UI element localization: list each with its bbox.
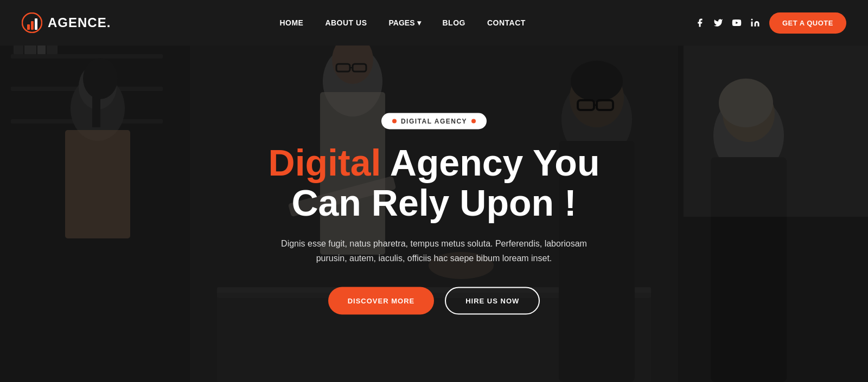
hire-us-button[interactable]: HIRE US NOW (445, 287, 540, 315)
badge-dot (392, 119, 397, 123)
social-icons (694, 17, 761, 28)
get-quote-button[interactable]: GET A QUOTE (769, 12, 846, 34)
nav-link-pages: PAGES (389, 18, 415, 27)
nav-item-home[interactable]: HOME (279, 18, 303, 28)
nav-item-blog[interactable]: BLOG (443, 18, 465, 28)
nav-link-contact[interactable]: CONTACT (487, 18, 526, 27)
nav-links: HOME ABOUT US PAGES ▾ BLOG CONTACT (279, 18, 525, 28)
nav-right: GET A QUOTE (694, 12, 846, 34)
hero-title: Digital Agency YouCan Rely Upon ! (244, 142, 624, 223)
nav-link-home[interactable]: HOME (279, 18, 303, 27)
badge-dot-2 (471, 119, 476, 123)
logo-icon (22, 12, 42, 33)
nav-item-about[interactable]: ABOUT US (325, 18, 367, 28)
facebook-icon[interactable] (694, 17, 705, 28)
nav-item-pages[interactable]: PAGES ▾ (389, 18, 421, 27)
nav-link-blog[interactable]: BLOG (443, 18, 465, 27)
discover-more-button[interactable]: DISCOVER MORE (328, 287, 435, 315)
hero-title-orange: Digital (269, 141, 381, 183)
svg-point-43 (751, 19, 752, 21)
twitter-icon[interactable] (713, 17, 724, 28)
chevron-down-icon: ▾ (417, 18, 421, 27)
logo-text: AGENCE. (48, 15, 111, 30)
badge-text: DIGITAL AGENCY (401, 117, 467, 125)
navbar: AGENCE. HOME ABOUT US PAGES ▾ BLOG CONTA… (0, 0, 868, 46)
svg-rect-39 (27, 24, 30, 30)
hero-badge: DIGITAL AGENCY (381, 113, 487, 129)
svg-rect-40 (31, 21, 34, 30)
hero-subtitle: Dignis esse fugit, natus pharetra, tempu… (266, 236, 602, 266)
nav-link-about[interactable]: ABOUT US (325, 18, 367, 27)
hero-buttons: DISCOVER MORE HIRE US NOW (244, 287, 624, 315)
logo[interactable]: AGENCE. (22, 12, 111, 33)
youtube-icon[interactable] (731, 17, 742, 28)
hero-section: AGENCE. HOME ABOUT US PAGES ▾ BLOG CONTA… (0, 0, 868, 382)
hero-content: DIGITAL AGENCY Digital Agency YouCan Rel… (244, 113, 624, 315)
nav-item-contact[interactable]: CONTACT (487, 18, 526, 28)
svg-rect-41 (35, 18, 37, 30)
linkedin-icon[interactable] (750, 17, 761, 28)
